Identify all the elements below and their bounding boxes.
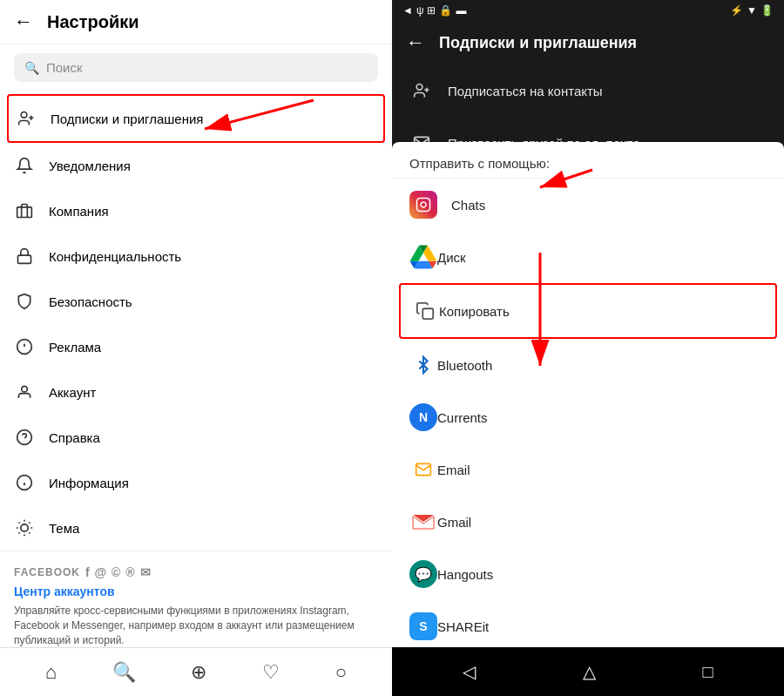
nav-home-icon[interactable]: ⌂ <box>45 661 57 684</box>
subscribe-contacts-label: Подписаться на контакты <box>448 84 603 98</box>
notifications-label: Уведомления <box>49 159 131 173</box>
shareit-label: SHAREit <box>437 619 489 634</box>
account-center-desc: Управляйте кросс-сервисными функциями в … <box>14 604 378 647</box>
settings-item-theme[interactable]: Тема <box>0 505 392 551</box>
right-nav-recent[interactable]: □ <box>703 662 713 682</box>
info-label: Информация <box>49 476 129 490</box>
currents-label: Currents <box>437 410 488 425</box>
svg-line-17 <box>19 523 20 524</box>
nav-heart-icon[interactable]: ♡ <box>262 661 280 684</box>
settings-item-info[interactable]: Информация <box>0 460 392 505</box>
settings-list: Подписки и приглашения Уведомления Компа… <box>0 91 392 647</box>
chats-label: Chats <box>451 198 485 213</box>
copy-label: Копировать <box>439 304 510 319</box>
left-nav-bar: ⌂ 🔍 ⊕ ♡ ○ <box>0 647 392 696</box>
nav-add-icon[interactable]: ⊕ <box>191 661 206 684</box>
settings-item-subscriptions[interactable]: Подписки и приглашения <box>7 94 385 143</box>
svg-point-0 <box>21 112 27 118</box>
subscriptions-icon <box>16 108 37 129</box>
email-icon <box>409 456 437 483</box>
account-center-link[interactable]: Центр аккаунтов <box>14 585 378 598</box>
nav-search-icon[interactable]: 🔍 <box>112 661 136 684</box>
search-placeholder: Поиск <box>46 60 83 75</box>
chats-icon <box>409 191 437 219</box>
status-bar: ◄ψ⊞🔒▬ ⚡▼🔋 <box>392 0 784 21</box>
privacy-label: Конфиденциальность <box>49 249 181 264</box>
hangouts-icon: 💬 <box>409 560 437 588</box>
security-icon <box>14 291 35 312</box>
company-icon <box>14 200 35 221</box>
share-item-hangouts[interactable]: 💬 Hangouts <box>392 548 784 600</box>
gmail-icon <box>409 508 437 536</box>
share-item-email[interactable]: Email <box>392 443 784 496</box>
settings-item-company[interactable]: Компания <box>0 188 392 233</box>
drive-label: Диск <box>437 250 466 265</box>
status-right: ⚡▼🔋 <box>730 4 774 17</box>
svg-rect-4 <box>18 255 31 263</box>
status-left: ◄ψ⊞🔒▬ <box>402 4 466 17</box>
theme-icon <box>14 517 35 538</box>
search-icon: 🔍 <box>24 61 39 75</box>
svg-rect-31 <box>417 199 430 212</box>
share-item-currents[interactable]: N Currents <box>392 391 784 443</box>
theme-label: Тема <box>49 521 79 536</box>
help-icon <box>14 427 35 448</box>
svg-line-21 <box>19 532 20 533</box>
left-page-title: Настройки <box>47 12 139 32</box>
email-label: Email <box>437 463 470 477</box>
right-back-button[interactable]: ← <box>406 31 425 54</box>
account-icon <box>14 382 35 402</box>
left-panel: ← Настройки 🔍 Поиск Подписки и приглашен… <box>0 0 392 696</box>
right-nav-bar: ◁ △ □ <box>392 647 784 696</box>
right-header: ← Подписки и приглашения <box>392 21 784 64</box>
share-item-drive[interactable]: Диск <box>392 231 784 283</box>
left-header: ← Настройки <box>0 0 392 44</box>
svg-line-22 <box>29 523 30 524</box>
share-item-shareit[interactable]: S SHAREit <box>392 600 784 647</box>
svg-rect-33 <box>422 308 433 319</box>
hangouts-label: Hangouts <box>437 567 493 582</box>
bluetooth-label: Bluetooth <box>437 358 492 373</box>
copy-icon <box>411 297 439 325</box>
svg-rect-3 <box>17 207 32 218</box>
share-dialog-title: Отправить с помощью: <box>392 142 784 179</box>
help-label: Справка <box>49 430 100 445</box>
right-nav-home[interactable]: △ <box>583 661 596 682</box>
account-label: Аккаунт <box>49 385 96 400</box>
settings-item-ads[interactable]: Реклама <box>0 324 392 369</box>
search-bar[interactable]: 🔍 Поиск <box>14 53 378 82</box>
right-page-title: Подписки и приглашения <box>439 34 637 52</box>
subscriptions-label: Подписки и приглашения <box>51 111 203 126</box>
share-item-copy[interactable]: Копировать <box>399 283 777 339</box>
right-item-subscribe-contacts[interactable]: Подписаться на контакты <box>392 64 784 117</box>
nav-profile-icon[interactable]: ○ <box>335 661 347 684</box>
share-item-gmail[interactable]: Gmail <box>392 496 784 548</box>
share-item-chats[interactable]: Chats <box>392 179 784 231</box>
share-item-bluetooth[interactable]: Bluetooth <box>392 339 784 391</box>
share-dialog: Отправить с помощью: Chats <box>392 142 784 647</box>
facebook-title: FACEBOOK f @ © ® ✉ <box>14 565 378 579</box>
shareit-icon: S <box>409 612 437 640</box>
info-icon <box>14 472 35 493</box>
right-panel: ◄ψ⊞🔒▬ ⚡▼🔋 ← Подписки и приглашения Подпи… <box>392 0 784 696</box>
gmail-label: Gmail <box>437 515 471 530</box>
facebook-section: FACEBOOK f @ © ® ✉ Центр аккаунтов Управ… <box>0 551 392 647</box>
subscribe-contacts-icon <box>409 78 434 103</box>
notifications-icon <box>14 155 35 176</box>
currents-icon: N <box>409 403 437 431</box>
svg-point-23 <box>416 84 422 91</box>
ads-icon <box>14 336 35 357</box>
bluetooth-icon <box>409 351 437 379</box>
settings-item-help[interactable]: Справка <box>0 415 392 460</box>
settings-item-notifications[interactable]: Уведомления <box>0 143 392 188</box>
svg-line-18 <box>29 532 30 533</box>
ads-label: Реклама <box>49 340 101 355</box>
settings-item-account[interactable]: Аккаунт <box>0 369 392 415</box>
settings-item-security[interactable]: Безопасность <box>0 279 392 324</box>
drive-icon <box>409 243 437 271</box>
right-nav-back[interactable]: ◁ <box>463 661 476 682</box>
settings-item-privacy[interactable]: Конфиденциальность <box>0 233 392 279</box>
security-label: Безопасность <box>49 294 132 309</box>
left-back-button[interactable]: ← <box>14 10 33 33</box>
privacy-icon <box>14 246 35 267</box>
